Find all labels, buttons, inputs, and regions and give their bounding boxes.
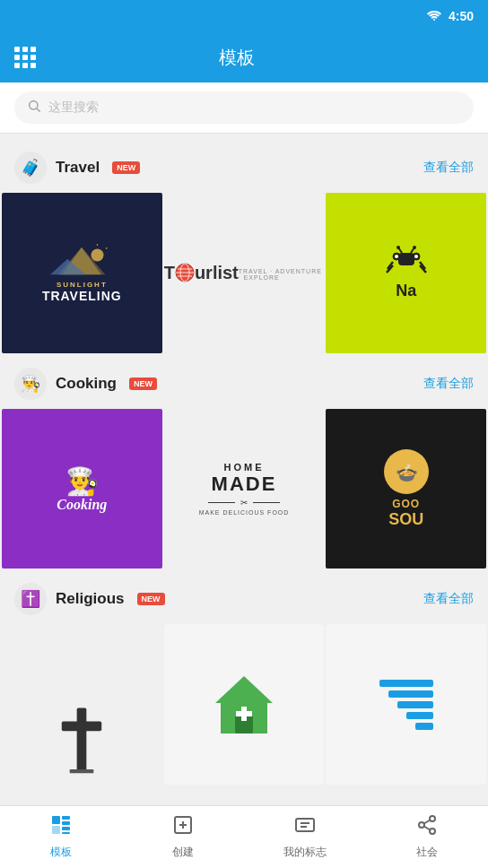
divider-line-right	[253, 502, 280, 503]
na-logo: Na	[384, 246, 429, 300]
house-svg	[208, 669, 280, 741]
religious-header: ✝️ Religious NEW 查看全部	[0, 572, 488, 624]
religious-card-2[interactable]	[164, 624, 325, 785]
cooking-logo-text: Cooking	[57, 497, 107, 513]
travel-card-3[interactable]: Na	[326, 193, 486, 353]
religious-section: ✝️ Religious NEW 查看全部	[0, 572, 488, 785]
cooking-new-badge: NEW	[129, 378, 157, 390]
bar-5	[415, 723, 433, 730]
religious-view-all[interactable]: 查看全部	[423, 591, 474, 607]
religious-card-3[interactable]	[326, 624, 486, 785]
svg-point-1	[30, 101, 38, 109]
svg-point-51	[430, 829, 435, 834]
svg-point-50	[419, 822, 424, 828]
svg-rect-31	[70, 769, 94, 773]
tourlist-globe	[175, 263, 195, 282]
tourlist-logo: T urlist	[164, 263, 239, 283]
cooking-grid: 👨‍🍳 Cooking HOME MADE ✂ MAKE DEL	[0, 409, 488, 569]
wifi-icon	[427, 8, 441, 24]
cooking-card-2[interactable]: HOME MADE ✂ MAKE DELICIOUS FOOD	[164, 409, 325, 569]
tourlist-sub: TRAVEL · ADVENTURE · EXPLORE	[239, 268, 325, 281]
religious-card-3-inner	[326, 624, 486, 785]
svg-rect-38	[52, 826, 60, 834]
svg-line-8	[106, 247, 107, 248]
sou-text: SOU	[388, 510, 423, 529]
bars-logo	[379, 680, 433, 730]
travel-new-badge: NEW	[112, 161, 140, 174]
cooking-header: 👨‍🍳 Cooking NEW 查看全部	[0, 357, 488, 409]
travel-card-1-inner: SUNLIGHT TRAVELING	[2, 193, 162, 353]
travel-icon: 🧳	[14, 152, 47, 184]
cross-svg	[55, 704, 109, 776]
svg-rect-37	[52, 816, 60, 824]
coo-sou-logo: 🍲 GOO SOU	[384, 449, 429, 529]
bottom-nav: 模板 创建 我的标志	[0, 805, 488, 868]
create-label: 创建	[172, 845, 194, 860]
cooking-view-all[interactable]: 查看全部	[423, 376, 474, 392]
menu-icon[interactable]	[14, 47, 36, 68]
travel-view-all[interactable]: 查看全部	[423, 160, 474, 176]
svg-point-0	[433, 19, 435, 21]
traveling-text: TRAVELING	[42, 289, 122, 303]
religious-grid	[0, 624, 488, 785]
create-icon	[172, 814, 194, 841]
religious-name: Religious	[56, 590, 125, 608]
na-text: Na	[396, 282, 416, 300]
travel-card-2-inner: T urlist TRAVEL · ADVENTURE · EXPLORE	[164, 193, 325, 353]
tourlist-rest: urlist	[195, 263, 239, 283]
svg-line-52	[424, 827, 431, 830]
religious-category-left: ✝️ Religious NEW	[14, 583, 165, 615]
homemade-home-text: HOME	[223, 462, 264, 473]
travel-section: 🧳 Travel NEW 查看全部	[0, 141, 488, 353]
mylogos-icon	[294, 814, 316, 841]
svg-rect-18	[398, 253, 414, 265]
svg-rect-39	[62, 816, 70, 820]
religious-card-1[interactable]	[2, 624, 162, 785]
status-time: 4:50	[449, 9, 474, 23]
cooking-card-3[interactable]: 🍲 GOO SOU	[326, 409, 486, 569]
travel-card-1[interactable]: SUNLIGHT TRAVELING	[2, 193, 162, 353]
svg-rect-29	[77, 707, 87, 771]
cooking-category-left: 👨‍🍳 Cooking NEW	[14, 368, 157, 400]
homemade-divider: ✂	[208, 498, 280, 508]
search-input-wrap[interactable]: 这里搜索	[14, 91, 474, 124]
templates-icon	[50, 814, 72, 841]
homemade-logo: HOME MADE ✂ MAKE DELICIOUS FOOD	[199, 462, 290, 516]
religious-icon: ✝️	[14, 583, 47, 615]
scissors-icon: ✂	[240, 498, 248, 508]
homemade-made-text: MADE	[212, 473, 277, 496]
travel-header: 🧳 Travel NEW 查看全部	[0, 141, 488, 193]
svg-point-6	[92, 248, 104, 261]
status-bar: 4:50	[0, 0, 488, 32]
bar-1	[379, 680, 433, 687]
social-icon	[416, 814, 438, 841]
svg-rect-36	[236, 711, 252, 716]
cooking-card-3-inner: 🍲 GOO SOU	[326, 409, 486, 569]
mylogos-label: 我的标志	[283, 845, 327, 860]
chef-hat-icon: 👨‍🍳	[65, 465, 99, 497]
religious-card-2-inner	[164, 624, 325, 785]
nav-create[interactable]: 创建	[122, 814, 244, 860]
nav-templates[interactable]: 模板	[0, 814, 122, 860]
bar-3	[397, 701, 433, 708]
travel-card-3-inner: Na	[326, 193, 486, 353]
search-bar: 这里搜索	[0, 82, 488, 134]
cooking-card-1[interactable]: 👨‍🍳 Cooking	[2, 409, 162, 569]
cooking-icon: 👨‍🍳	[14, 368, 47, 400]
svg-point-17	[414, 255, 418, 258]
bar-4	[406, 712, 433, 719]
app-header: 模板	[0, 32, 488, 82]
svg-point-26	[413, 246, 416, 249]
travel-grid: SUNLIGHT TRAVELING T	[0, 193, 488, 353]
nav-social[interactable]: 社会	[366, 814, 488, 860]
svg-text:🍲: 🍲	[395, 462, 417, 483]
svg-rect-40	[62, 821, 70, 825]
svg-point-15	[395, 255, 398, 258]
na-icon-svg	[384, 246, 429, 282]
svg-line-53	[424, 820, 431, 824]
svg-point-25	[396, 246, 400, 249]
travel-name: Travel	[56, 159, 100, 177]
cooking-name: Cooking	[56, 375, 117, 393]
travel-card-2[interactable]: T urlist TRAVEL · ADVENTURE · EXPLORE	[164, 193, 325, 353]
nav-mylogos[interactable]: 我的标志	[244, 814, 366, 860]
